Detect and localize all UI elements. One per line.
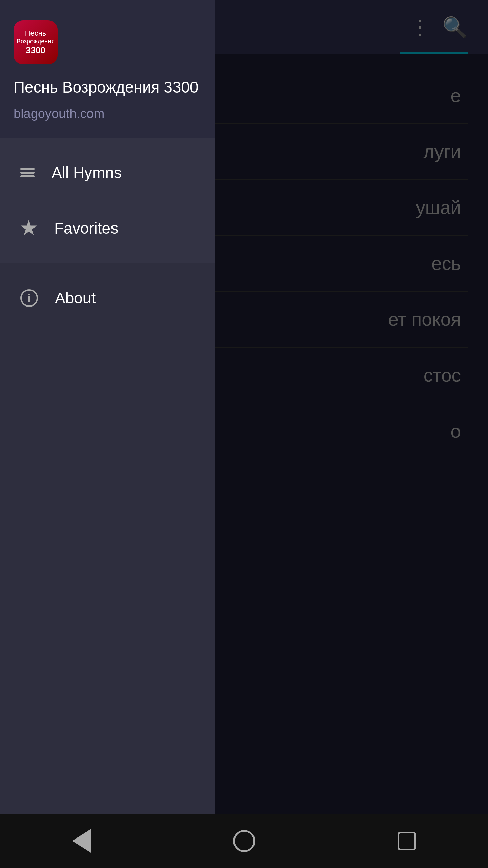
back-button[interactable] — [61, 827, 102, 854]
all-hymns-label: All Hymns — [52, 163, 122, 182]
home-icon — [233, 830, 255, 852]
drawer-navigation: All Hymns Favorites i About — [0, 138, 215, 814]
app-icon-text-line1: Песнь — [25, 29, 46, 38]
drawer-overlay: Песнь Возрождения 3300 Песнь Возрождения… — [0, 0, 488, 868]
app-name: Песнь Возрождения 3300 — [14, 78, 202, 96]
list-icon-line2 — [20, 172, 35, 174]
favorites-label: Favorites — [54, 219, 118, 237]
drawer-item-favorites[interactable]: Favorites — [0, 200, 215, 256]
list-icon — [20, 168, 35, 177]
system-navbar — [0, 814, 488, 868]
drawer-section-bottom: i About — [0, 263, 215, 333]
list-icon-line1 — [20, 168, 35, 170]
navigation-drawer: Песнь Возрождения 3300 Песнь Возрождения… — [0, 0, 215, 814]
star-shape — [20, 220, 37, 237]
drawer-section-top: All Hymns Favorites — [0, 138, 215, 263]
about-label: About — [55, 289, 96, 307]
app-icon-text-line2: Возрождения — [17, 38, 55, 45]
recents-icon — [398, 832, 416, 850]
app-url: blagoyouth.com — [14, 106, 202, 121]
back-icon — [72, 829, 91, 853]
drawer-header: Песнь Возрождения 3300 Песнь Возрождения… — [0, 0, 215, 138]
app-icon: Песнь Возрождения 3300 — [14, 20, 58, 64]
drawer-item-about[interactable]: i About — [0, 270, 215, 326]
info-icon: i — [20, 289, 38, 307]
star-icon — [20, 220, 37, 237]
overlay-background[interactable] — [210, 0, 488, 868]
app-icon-number: 3300 — [26, 45, 45, 56]
list-icon-line3 — [20, 175, 35, 177]
recents-button[interactable] — [386, 827, 427, 854]
drawer-item-all-hymns[interactable]: All Hymns — [0, 145, 215, 200]
home-button[interactable] — [224, 827, 264, 854]
